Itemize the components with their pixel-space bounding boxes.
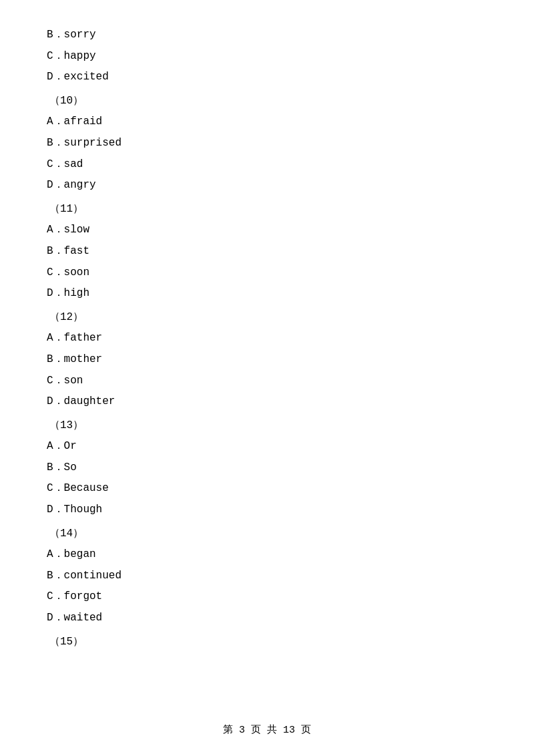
line-num-13: （13）: [47, 417, 487, 435]
line-a-or: A．Or: [47, 438, 487, 455]
page-footer: 第 3 页 共 13 页: [0, 723, 534, 736]
line-num-15: （15）: [47, 634, 487, 651]
line-c-son: C．son: [47, 373, 487, 390]
line-a-afraid: A．afraid: [47, 114, 487, 131]
line-d-angry: D．angry: [47, 177, 487, 194]
line-a-slow: A．slow: [47, 222, 487, 239]
line-b-surprised: B．surprised: [47, 135, 487, 152]
line-b-mother: B．mother: [47, 351, 487, 369]
line-num-10: （10）: [47, 93, 487, 110]
line-d-high: D．high: [47, 285, 487, 303]
line-num-11: （11）: [47, 201, 487, 218]
line-d-daughter: D．daughter: [47, 393, 487, 411]
line-d-waited: D．waited: [47, 610, 487, 627]
line-c-because: C．Because: [47, 480, 487, 498]
line-a-father: A．father: [47, 330, 487, 347]
line-b-fast: B．fast: [47, 243, 487, 260]
line-b-so: B．So: [47, 459, 487, 477]
line-num-12: （12）: [47, 309, 487, 327]
line-d-excited: D．excited: [47, 69, 487, 86]
footer-text: 第 3 页 共 13 页: [223, 725, 311, 736]
main-content: B．sorryC．happyD．excited（10）A．afraidB．sur…: [0, 0, 534, 695]
line-c-soon: C．soon: [47, 264, 487, 282]
line-c-sad: C．sad: [47, 156, 487, 174]
line-b-continued: B．continued: [47, 568, 487, 585]
line-c-forgot: C．forgot: [47, 588, 487, 606]
line-b-sorry: B．sorry: [47, 27, 487, 44]
line-num-14: （14）: [47, 526, 487, 543]
line-c-happy: C．happy: [47, 48, 487, 65]
line-d-though: D．Though: [47, 502, 487, 519]
line-a-began: A．began: [47, 546, 487, 564]
